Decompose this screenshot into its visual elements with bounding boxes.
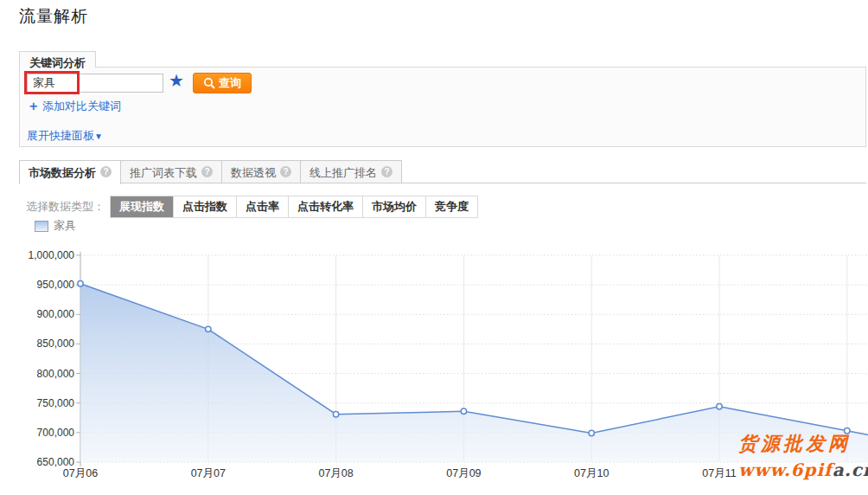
query-button[interactable]: 查询 xyxy=(193,73,252,93)
svg-text:07月10: 07月10 xyxy=(574,467,609,479)
tab-keyword-analysis[interactable]: 关键词分析 xyxy=(19,51,96,68)
svg-text:850,000: 850,000 xyxy=(37,338,75,350)
tab-promo-wordlist-download[interactable]: 推广词表下载 ? xyxy=(120,160,222,183)
help-icon[interactable]: ? xyxy=(280,166,291,177)
data-type-click-index[interactable]: 点击指数 xyxy=(173,196,236,217)
svg-text:1,000,000: 1,000,000 xyxy=(29,249,75,261)
svg-text:07月09: 07月09 xyxy=(446,467,481,479)
tab-market-data-analysis-label: 市场数据分析 xyxy=(29,165,96,181)
add-compare-keyword-label: 添加对比关键词 xyxy=(42,100,121,112)
tab-data-pivot-label: 数据透视 xyxy=(231,165,276,181)
keyword-input[interactable] xyxy=(27,74,163,93)
help-icon[interactable]: ? xyxy=(381,166,393,177)
tab-online-promo-ranking-label: 线上推广排名 xyxy=(310,165,377,181)
legend-label: 家具 xyxy=(54,218,76,234)
svg-text:700,000: 700,000 xyxy=(37,427,75,439)
legend-swatch xyxy=(35,221,48,232)
search-icon xyxy=(203,77,215,89)
data-type-click-rate[interactable]: 点击率 xyxy=(236,196,288,217)
svg-text:07月07: 07月07 xyxy=(191,467,226,479)
svg-text:07月11: 07月11 xyxy=(702,467,736,479)
chart-y-labels: 1,000,000950,000900,000850,000800,000750… xyxy=(29,249,75,468)
svg-text:800,000: 800,000 xyxy=(37,368,75,380)
data-type-group: 展现指数 点击指数 点击率 点击转化率 市场均价 竞争度 xyxy=(110,196,478,218)
svg-text:650,000: 650,000 xyxy=(37,456,75,468)
tab-market-data-analysis[interactable]: 市场数据分析 ? xyxy=(19,160,121,184)
analysis-tabstrip: 市场数据分析 ? 推广词表下载 ? 数据透视 ? 线上推广排名 ? xyxy=(19,160,866,183)
svg-text:750,000: 750,000 xyxy=(37,397,75,409)
plus-icon: ＋ xyxy=(27,98,40,112)
svg-text:07月08: 07月08 xyxy=(318,467,353,479)
data-type-row: 选择数据类型： 展现指数 点击指数 点击率 点击转化率 市场均价 竞争度 xyxy=(26,196,478,218)
chevron-down-icon: ▼ xyxy=(94,132,103,141)
tab-online-promo-ranking[interactable]: 线上推广排名 ? xyxy=(300,160,402,183)
expand-quick-panel-link[interactable]: 展开快捷面板▼ xyxy=(27,128,103,144)
tab-promo-wordlist-download-label: 推广词表下载 xyxy=(130,165,197,181)
data-type-competition[interactable]: 竞争度 xyxy=(425,196,477,217)
svg-text:950,000: 950,000 xyxy=(37,279,75,291)
page-title: 流量解析 xyxy=(19,5,88,28)
trend-chart: 1,000,000950,000900,000850,000800,000750… xyxy=(0,247,868,495)
keyword-panel: ★ 查询 ＋添加对比关键词 展开快捷面板▼ xyxy=(19,67,866,147)
chart-legend: 家具 xyxy=(35,218,76,234)
svg-text:07月06: 07月06 xyxy=(63,467,98,479)
help-icon[interactable]: ? xyxy=(100,166,112,177)
data-type-label: 选择数据类型： xyxy=(26,199,105,215)
svg-text:900,000: 900,000 xyxy=(37,308,75,320)
data-type-conversion-rate[interactable]: 点击转化率 xyxy=(288,196,362,217)
data-type-market-avg-price[interactable]: 市场均价 xyxy=(362,196,425,217)
add-compare-keyword-link[interactable]: ＋添加对比关键词 xyxy=(27,98,121,114)
tab-data-pivot[interactable]: 数据透视 ? xyxy=(221,160,301,183)
chart-x-labels: 07月0607月0707月0807月0907月1007月11 xyxy=(63,467,737,479)
help-icon[interactable]: ? xyxy=(201,166,213,177)
favorite-star-icon[interactable]: ★ xyxy=(169,70,184,91)
expand-quick-panel-label: 展开快捷面板 xyxy=(27,129,94,142)
query-button-label: 查询 xyxy=(219,75,241,91)
data-type-impression-index[interactable]: 展现指数 xyxy=(111,196,173,217)
chart-area xyxy=(80,284,868,462)
